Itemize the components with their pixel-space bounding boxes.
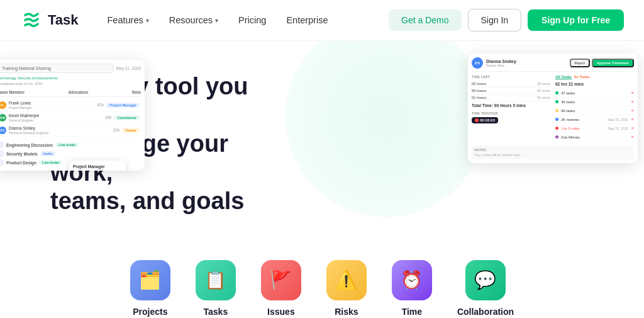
mock-project-title: Training Material Sharing [0,64,114,73]
feature-collaboration-label: Collaboration [457,307,514,317]
feature-tasks-label: Tasks [204,307,228,317]
feature-time-label: Time [402,307,422,317]
hero-section: Training Material Sharing May 21, 2020 T… [0,41,644,247]
nav-resources[interactable]: Resources ▾ [160,10,227,30]
user-avatar: DS [472,57,483,69]
navbar: Task Features ▾ Resources ▾ Pricing Ente… [0,0,644,41]
nav-enterprise[interactable]: Enterprise [277,10,336,30]
feature-risks-label: Risks [335,307,358,317]
get-demo-button[interactable]: Get a Demo [389,9,461,31]
table-row: KM Kevin MukherjeeGeneral Designer 26h C… [0,111,141,124]
sign-up-button[interactable]: Sign Up for Free [528,9,624,31]
time-icon: ⏰ [392,260,432,300]
approve-button[interactable]: Approve Timesheet [592,59,634,67]
sign-in-button[interactable]: Sign In [468,9,522,31]
list-item: J to 5 rules Sep 21, 2021 × [555,124,634,133]
reject-button[interactable]: Reject [570,59,591,67]
collaboration-icon: 💬 [465,260,506,300]
nav-links: Features ▾ Resources ▾ Pricing Enterpris… [99,10,389,30]
table-row: FL Frank LewisProject Manager 40h Projec… [0,99,141,111]
chevron-down-icon: ▾ [215,17,218,24]
nav-features[interactable]: Features ▾ [99,10,158,30]
risks-icon: ⚠️ [326,260,367,300]
logo-text: Task [48,12,79,28]
chevron-down-icon: ▾ [146,17,149,24]
left-screenshot: Training Material Sharing May 21, 2020 T… [0,60,145,171]
issues-icon: 🚩 [261,260,301,300]
table-row: DS Dianna SmileyTechnical Software Engin… [0,124,141,137]
logo-icon [20,9,43,31]
nav-actions: Get a Demo Sign In Sign Up for Free [389,9,624,31]
notes-section: Notes Your notes will be shown here... [472,145,634,159]
feature-time[interactable]: ⏰ Time [392,260,432,317]
feature-projects[interactable]: 🗂️ Projects [130,260,170,317]
tasks-icon: 📋 [196,260,236,300]
list-item: JK reviews Sep 21, 2021 × [555,115,634,124]
feature-issues-label: Issues [267,307,295,317]
user-name: Dianna Smiley [486,59,516,64]
nav-pricing[interactable]: Pricing [230,10,275,30]
feature-issues[interactable]: 🚩 Issues [261,260,301,317]
feature-collaboration[interactable]: 💬 Collaboration [457,260,514,317]
list-item: 47 tasks × [555,89,634,98]
list-item: 99 tasks × [555,106,634,115]
right-screenshot: DS Dianna Smiley Senior Infra... Reject … [468,54,644,163]
projects-icon: 🗂️ [130,260,170,300]
role-tooltip: Project Manager Full Access Can Edit & A… [69,161,126,171]
hero-bg-circle [286,41,487,217]
feature-tasks[interactable]: 📋 Tasks [196,260,236,317]
feature-risks[interactable]: ⚠️ Risks [326,260,367,317]
features-section: 🗂️ Projects 📋 Tasks 🚩 Issues ⚠️ Risks ⏰ … [0,247,644,318]
list-item: Zoe Money × [555,133,634,142]
logo[interactable]: Task [20,9,79,31]
feature-projects-label: Projects [133,307,167,317]
time-tracker: 00:03:03 [472,117,498,123]
list-item: 36 tasks × [555,98,634,106]
